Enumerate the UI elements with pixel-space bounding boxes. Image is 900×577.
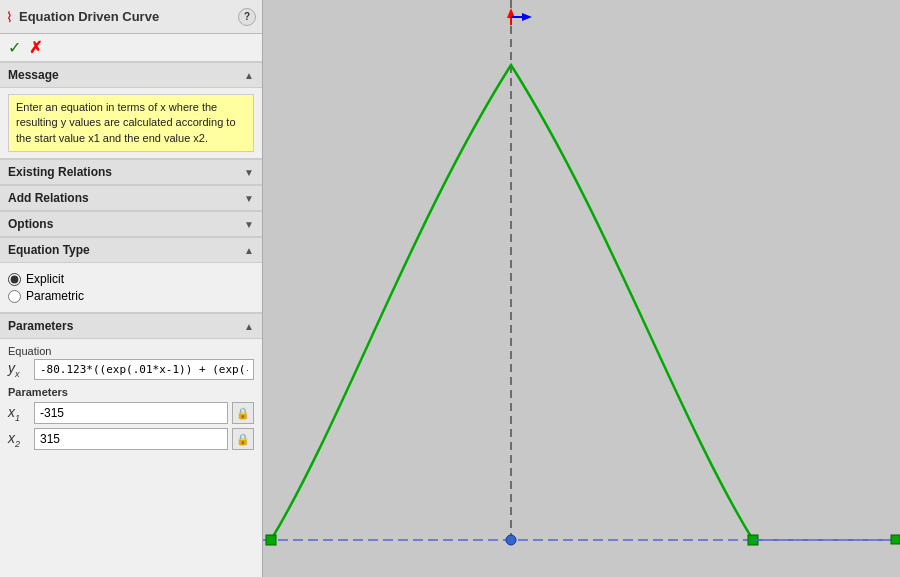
options-header[interactable]: Options ▼ [0,211,262,237]
equation-type-label: Equation Type [8,243,90,257]
yx-label: yx [8,360,30,379]
equation-row: yx [8,359,254,380]
existing-relations-header[interactable]: Existing Relations ▼ [0,159,262,185]
canvas-area [263,0,900,577]
message-section-header[interactable]: Message ▲ [0,62,262,88]
message-text: Enter an equation in terms of x where th… [8,94,254,152]
equation-type-header[interactable]: Equation Type ▲ [0,237,262,263]
x2-input[interactable] [34,428,228,450]
parametric-radio-row: Parametric [8,289,254,303]
svg-point-9 [506,535,516,545]
parametric-radio[interactable] [8,290,21,303]
parameters-content: Equation yx Parameters x1 🔒 x2 🔒 [0,339,262,577]
equation-sub-label: Equation [8,345,254,357]
parameters-chevron-icon: ▲ [244,321,254,332]
x1-lock-button[interactable]: 🔒 [232,402,254,424]
curve-canvas [263,0,900,577]
x2-row: x2 🔒 [8,428,254,450]
cancel-button[interactable]: ✗ [29,38,42,57]
svg-rect-0 [263,0,900,577]
add-relations-chevron-icon: ▼ [244,193,254,204]
svg-rect-11 [891,535,900,544]
curve-icon: ⌇ [6,9,13,25]
params-sub-label: Parameters [8,386,254,398]
explicit-label: Explicit [26,272,64,286]
help-button[interactable]: ? [238,8,256,26]
parameters-section-header[interactable]: Parameters ▲ [0,313,262,339]
x2-label: x2 [8,430,30,449]
x1-input[interactable] [34,402,228,424]
panel-title: Equation Driven Curve [19,9,159,24]
explicit-radio-row: Explicit [8,272,254,286]
existing-relations-label: Existing Relations [8,165,112,179]
equation-type-content: Explicit Parametric [0,263,262,313]
equation-input[interactable] [34,359,254,380]
add-relations-header[interactable]: Add Relations ▼ [0,185,262,211]
parameters-section-label: Parameters [8,319,73,333]
existing-relations-chevron-icon: ▼ [244,167,254,178]
title-bar: ⌇ Equation Driven Curve ? [0,0,262,34]
message-section-label: Message [8,68,59,82]
action-bar: ✓ ✗ [0,34,262,62]
svg-rect-7 [266,535,276,545]
add-relations-label: Add Relations [8,191,89,205]
explicit-radio[interactable] [8,273,21,286]
x1-row: x1 🔒 [8,402,254,424]
parametric-label: Parametric [26,289,84,303]
x1-label: x1 [8,404,30,423]
x2-lock-button[interactable]: 🔒 [232,428,254,450]
options-label: Options [8,217,53,231]
options-chevron-icon: ▼ [244,219,254,230]
message-content: Enter an equation in terms of x where th… [0,88,262,159]
accept-button[interactable]: ✓ [8,38,21,57]
message-chevron-icon: ▲ [244,70,254,81]
equation-type-chevron-icon: ▲ [244,245,254,256]
